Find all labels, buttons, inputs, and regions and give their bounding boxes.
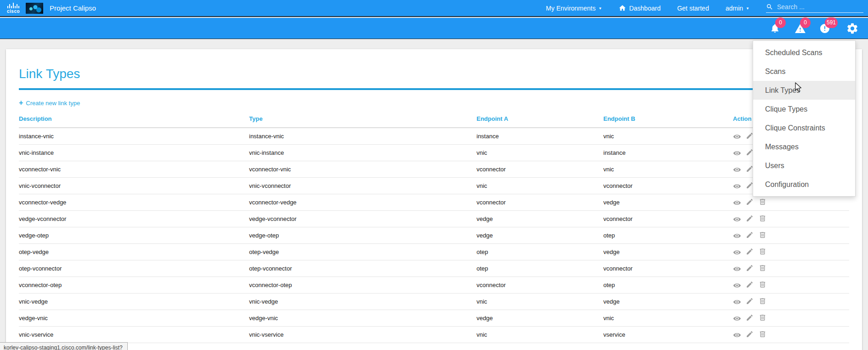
cell-endpoint-a: vconnector — [477, 194, 603, 210]
view-icon[interactable] — [733, 181, 741, 190]
error-badge: 591 — [825, 17, 838, 28]
cell-description: vnic-vservice — [19, 326, 249, 343]
cell-type: vnic-vedge — [249, 293, 477, 310]
cell-endpoint-b: instance — [603, 144, 733, 161]
delete-icon[interactable] — [759, 297, 767, 305]
view-icon[interactable] — [733, 148, 741, 157]
view-icon[interactable] — [733, 264, 741, 272]
page-title: Link Types — [19, 67, 849, 90]
view-icon[interactable] — [733, 132, 741, 140]
dropdown-menu-item[interactable]: Messages — [753, 137, 855, 156]
row-actions — [733, 215, 849, 223]
row-actions — [733, 248, 849, 256]
cell-description: vconnector-vedge — [19, 194, 249, 210]
cell-type: vedge-vnic — [249, 310, 477, 326]
delete-icon[interactable] — [759, 198, 767, 206]
delete-icon[interactable] — [759, 231, 767, 239]
search-input[interactable] — [777, 3, 853, 11]
dropdown-menu-item[interactable]: Scans — [753, 62, 855, 81]
cell-description: vnic-vconnector — [19, 177, 249, 194]
brand-title: Project Calipso — [50, 4, 96, 12]
nav-get-started[interactable]: Get started — [677, 5, 709, 12]
view-icon[interactable] — [733, 198, 741, 206]
edit-icon[interactable] — [746, 297, 754, 305]
chevron-down-icon: ▼ — [746, 7, 749, 11]
edit-icon[interactable] — [746, 231, 754, 239]
nav-my-environments[interactable]: My Environments ▼ — [546, 5, 602, 12]
dropdown-menu-item[interactable]: Scheduled Scans — [753, 43, 855, 62]
view-icon[interactable] — [733, 231, 741, 239]
settings-dropdown-menu: Scheduled Scans Scans Link Types Clique … — [753, 40, 856, 197]
main-content-card: Link Types + Create new link type Descri… — [6, 49, 862, 350]
view-icon[interactable] — [733, 215, 741, 223]
cell-description: vnic-vedge — [19, 293, 249, 310]
cell-endpoint-b: vconnector — [603, 177, 733, 194]
view-icon[interactable] — [733, 297, 741, 305]
cell-endpoint-b: vnic — [603, 310, 733, 326]
view-icon[interactable] — [733, 165, 741, 173]
chevron-down-icon: ▼ — [598, 7, 602, 11]
edit-icon[interactable] — [746, 264, 754, 272]
bell-badge: 0 — [775, 17, 786, 28]
cell-type: vconnector-otep — [249, 277, 477, 293]
table-row: vnic-vservice vnic-vservice vnic vservic… — [19, 326, 849, 343]
errors-indicator[interactable]: 591 — [819, 23, 830, 34]
cell-endpoint-a: otep — [477, 260, 603, 277]
edit-icon[interactable] — [746, 314, 754, 322]
nav-dashboard[interactable]: Dashboard — [618, 4, 661, 12]
cell-endpoint-b: otep — [603, 227, 733, 243]
edit-icon[interactable] — [746, 281, 754, 289]
table-row: vnic-vconnector vnic-vconnector vnic vco… — [19, 177, 849, 194]
link-types-table: Description Type Endpoint A Endpoint B A… — [19, 113, 849, 343]
delete-icon[interactable] — [759, 264, 767, 272]
row-actions — [733, 297, 849, 305]
dropdown-menu-item[interactable]: Clique Types — [753, 100, 855, 119]
create-new-link-type-button[interactable]: + Create new link type — [19, 99, 80, 107]
cell-type: otep-vedge — [249, 243, 477, 260]
dropdown-menu-item[interactable]: Users — [753, 156, 855, 175]
view-icon[interactable] — [733, 314, 741, 322]
cell-endpoint-b: vconnector — [603, 210, 733, 227]
header-endpoint-a: Endpoint A — [477, 113, 603, 128]
cell-type: otep-vconnector — [249, 260, 477, 277]
cell-description: vconnector-otep — [19, 277, 249, 293]
cell-type: vconnector-vnic — [249, 161, 477, 177]
view-icon[interactable] — [733, 248, 741, 256]
delete-icon[interactable] — [759, 330, 767, 339]
cell-endpoint-a: vnic — [477, 293, 603, 310]
delete-icon[interactable] — [759, 248, 767, 256]
table-header-row: Description Type Endpoint A Endpoint B A… — [19, 113, 849, 128]
cell-endpoint-b: vedge — [603, 243, 733, 260]
dropdown-menu-item[interactable]: Configuration — [753, 175, 855, 194]
view-icon[interactable] — [733, 281, 741, 289]
cell-type: vnic-vservice — [249, 326, 477, 343]
table-row: vconnector-vedge vconnector-vedge vconne… — [19, 194, 849, 210]
alert-iconbar: 0 0 591 — [0, 18, 868, 39]
edit-icon[interactable] — [746, 248, 754, 256]
edit-icon[interactable] — [746, 215, 754, 223]
row-actions — [733, 281, 849, 289]
delete-icon[interactable] — [759, 215, 767, 223]
view-icon[interactable] — [733, 330, 741, 339]
delete-icon[interactable] — [759, 314, 767, 322]
edit-icon[interactable] — [746, 330, 754, 339]
table-row: instance-vnic instance-vnic instance vni… — [19, 128, 849, 144]
cell-endpoint-a: vedge — [477, 227, 603, 243]
row-actions — [733, 264, 849, 272]
notifications-bell[interactable]: 0 — [770, 23, 781, 34]
edit-icon[interactable] — [746, 198, 754, 206]
nav-admin-menu[interactable]: admin ▼ — [726, 5, 749, 12]
cisco-bars-icon — [7, 3, 19, 8]
settings-menu-button[interactable] — [846, 22, 859, 35]
warnings-indicator[interactable]: 0 — [794, 23, 806, 34]
cell-type: vconnector-vedge — [249, 194, 477, 210]
row-actions — [733, 231, 849, 239]
dropdown-menu-item[interactable]: Link Types — [753, 81, 855, 100]
cell-endpoint-a: vnic — [477, 177, 603, 194]
cell-endpoint-b: vnic — [603, 128, 733, 144]
dropdown-menu-item[interactable]: Clique Constraints — [753, 119, 855, 137]
delete-icon[interactable] — [759, 281, 767, 289]
table-row: vedge-otep vedge-otep vedge otep — [19, 227, 849, 243]
cell-type: instance-vnic — [249, 128, 477, 144]
navbar-links: My Environments ▼ Dashboard Get started … — [546, 3, 863, 13]
